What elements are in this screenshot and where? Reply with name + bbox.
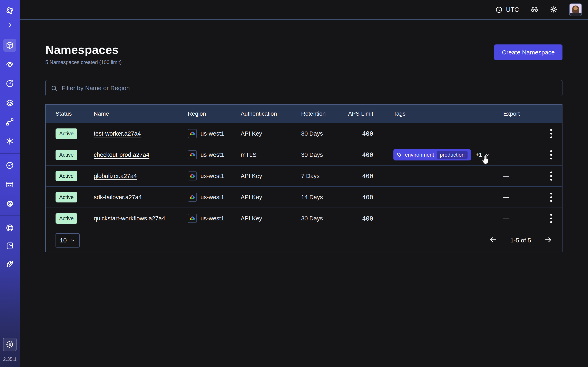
billing-usage-button[interactable]: $ [3, 338, 17, 351]
page-size-select[interactable]: 10 [56, 233, 80, 248]
sidebar: $ 2.35.1 [0, 0, 20, 367]
timezone-label: UTC [506, 6, 519, 13]
create-namespace-button[interactable]: Create Namespace [494, 44, 562, 60]
page-size-value: 10 [60, 237, 67, 244]
col-export: Export [503, 110, 540, 117]
region-label: us-west1 [200, 151, 224, 158]
timezone-selector[interactable]: UTC [495, 6, 519, 13]
tag-value: production [437, 151, 467, 159]
main-content: Namespaces 5 Namespaces created (100 lim… [20, 20, 588, 367]
user-avatar[interactable] [569, 3, 582, 16]
export-value: — [503, 215, 540, 222]
region-label: us-west1 [200, 215, 224, 222]
sidebar-item-getting-started[interactable] [3, 257, 16, 270]
auth-method: API Key [241, 194, 301, 201]
aps-limit: 400 [348, 173, 393, 180]
row-menu-button[interactable] [548, 148, 554, 161]
tag-pill[interactable]: environment production [393, 149, 471, 160]
sidebar-item-usage[interactable] [3, 159, 16, 172]
table-row: Active globalizer.a27a4 [46, 165, 562, 186]
aps-limit: 400 [348, 194, 393, 201]
col-region: Region [188, 110, 241, 117]
cursor-pointer [481, 153, 491, 164]
gcp-cloud-icon [188, 214, 197, 223]
table-header: Status Name Region Authentication Retent… [46, 105, 562, 123]
table-row: Active sdk-failover.a27a4 [46, 186, 562, 208]
retention-period: 14 Days [301, 194, 348, 201]
table-row: Active test-worker.a27a4 [46, 123, 562, 144]
col-tags: Tags [393, 110, 503, 117]
sidebar-item-monitors[interactable] [3, 58, 16, 71]
sidebar-item-settings[interactable] [3, 197, 16, 210]
gcp-cloud-icon [188, 193, 197, 202]
temporal-logo-icon [3, 4, 16, 17]
prev-page-button[interactable] [489, 236, 497, 245]
namespace-link[interactable]: checkout-prod.a27a4 [94, 151, 149, 158]
row-menu-button[interactable] [548, 169, 554, 183]
sidebar-item-namespaces[interactable] [3, 39, 16, 52]
top-bar: UTC [20, 0, 588, 20]
table-footer: 10 1-5 of 5 [46, 229, 562, 252]
filter-input[interactable] [45, 80, 562, 96]
retention-period: 30 Days [301, 151, 348, 158]
tag-key: environment [405, 152, 434, 158]
sidebar-item-support[interactable] [3, 221, 16, 234]
aps-limit: 400 [348, 215, 393, 222]
region-label: us-west1 [200, 173, 224, 179]
pagination-range: 1-5 of 5 [510, 237, 531, 244]
app-window: $ 2.35.1 UTC [0, 0, 588, 367]
theme-light-icon[interactable] [550, 6, 557, 14]
sidebar-item-deployments[interactable] [3, 96, 16, 109]
retention-period: 30 Days [301, 215, 348, 222]
status-badge: Active [56, 128, 77, 139]
page-title: Namespaces [45, 43, 122, 57]
auth-method: mTLS [241, 151, 301, 158]
row-menu-button[interactable] [548, 127, 554, 140]
row-menu-button[interactable] [548, 191, 554, 204]
gcp-cloud-icon [188, 129, 197, 138]
region-label: us-west1 [200, 194, 224, 201]
search-icon [51, 85, 58, 92]
retention-period: 7 Days [301, 173, 348, 179]
auth-method: API Key [241, 173, 301, 179]
namespace-link[interactable]: test-worker.a27a4 [94, 130, 141, 137]
status-badge: Active [56, 192, 77, 202]
status-badge: Active [56, 150, 77, 160]
namespace-count: 5 Namespaces created (100 limit) [45, 59, 122, 65]
table-row: Active quickstart-workflows.a27a4 [46, 208, 562, 229]
auth-method: API Key [241, 215, 301, 222]
namespace-link[interactable]: quickstart-workflows.a27a4 [94, 215, 165, 222]
chevron-down-icon [70, 238, 75, 243]
tags-more-count: +1 [476, 151, 482, 158]
row-menu-button[interactable] [548, 212, 554, 225]
svg-text:$: $ [9, 342, 11, 347]
glasses-icon[interactable] [531, 6, 538, 14]
retention-period: 30 Days [301, 130, 348, 137]
status-badge: Active [56, 213, 77, 224]
col-authentication: Authentication [241, 110, 301, 117]
aps-limit: 400 [348, 151, 393, 158]
table-body: Active test-worker.a27a4 [46, 123, 562, 229]
sidebar-expand-chevron[interactable] [3, 19, 16, 32]
sidebar-item-nexus[interactable] [3, 134, 16, 148]
region-label: us-west1 [200, 130, 224, 137]
export-value: — [503, 194, 540, 201]
export-value: — [503, 173, 540, 179]
sidebar-item-connectivity[interactable] [3, 115, 16, 128]
gcp-cloud-icon [188, 171, 197, 180]
export-value: — [503, 130, 540, 137]
next-page-button[interactable] [544, 236, 552, 245]
col-name: Name [94, 110, 188, 117]
col-status: Status [46, 110, 94, 117]
auth-method: API Key [241, 130, 301, 137]
namespace-link[interactable]: globalizer.a27a4 [94, 173, 137, 179]
sidebar-item-schedules[interactable] [3, 77, 16, 90]
namespace-link[interactable]: sdk-failover.a27a4 [94, 194, 142, 200]
sidebar-item-billing[interactable] [3, 178, 16, 191]
col-aps-limit: APS Limit [348, 110, 393, 117]
clock-icon [495, 6, 503, 13]
col-retention: Retention [301, 110, 348, 117]
export-value: — [503, 151, 540, 158]
gcp-cloud-icon [188, 150, 197, 159]
sidebar-item-docs[interactable] [3, 239, 16, 252]
